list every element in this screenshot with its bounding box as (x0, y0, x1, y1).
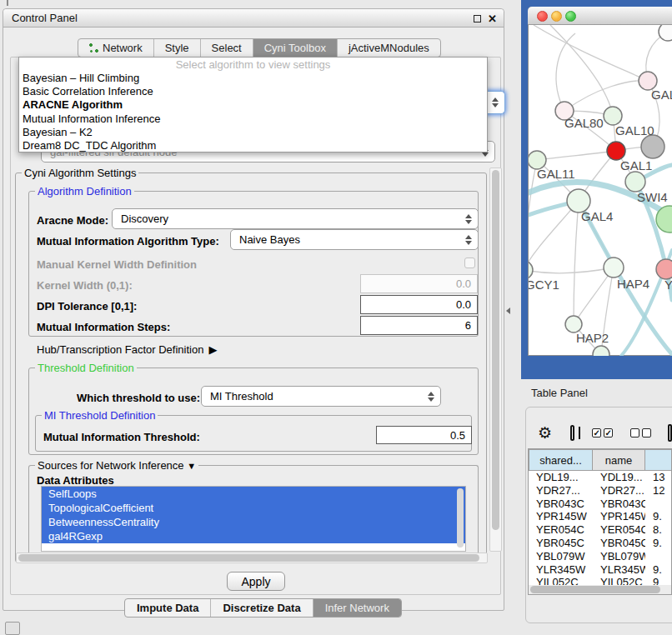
settings-horizontal-scrollbar[interactable] (16, 552, 488, 563)
table-cell: 8. (645, 523, 672, 537)
network-node-hap4[interactable] (604, 258, 624, 278)
tab-label: jActiveMNodules (349, 42, 429, 54)
tab-cyni-toolbox[interactable]: Cyni Toolbox (253, 39, 338, 57)
select-all-columns-icon[interactable]: ✓✓ (592, 428, 613, 438)
manual-kernel-width-checkbox[interactable] (464, 258, 475, 268)
node-label-y: Y (664, 278, 672, 292)
table-cell: YBR043C (529, 498, 593, 511)
float-window-icon[interactable] (474, 15, 481, 22)
table-row[interactable]: YPR145WYPR145W9. (529, 510, 672, 523)
network-node[interactable] (593, 346, 609, 356)
minimized-panel-icon[interactable] (5, 622, 20, 635)
network-icon (89, 43, 98, 52)
network-node-y[interactable] (656, 259, 672, 279)
algorithm-option-dream8-dc-tdc-algorithm[interactable]: Dream8 DC_TDC Algorithm (19, 139, 487, 152)
column-header-shared-[interactable]: shared... (529, 449, 593, 471)
bottom-tab-infer-network[interactable]: Infer Network (313, 599, 401, 617)
data-attributes-label: Data Attributes (37, 474, 114, 487)
mi-steps-field[interactable]: 6 (360, 316, 478, 335)
table-row[interactable]: YDL19...YDL19...13 (529, 471, 672, 484)
splitter-collapse-icon[interactable] (506, 308, 510, 314)
algorithm-option-aracne-algorithm[interactable]: ARACNE Algorithm (19, 98, 487, 112)
table-cell: YPR145W (529, 510, 593, 523)
hub-section-toggle[interactable]: Hub/Transcription Factor Definition▶ (37, 343, 217, 356)
table-cell (645, 550, 672, 563)
table-cell: YBR045C (593, 537, 645, 550)
bottom-tab-discretize-data[interactable]: Discretize Data (211, 599, 313, 617)
network-node-gcy1[interactable] (529, 261, 533, 279)
table-cell: YBL079W (529, 550, 593, 563)
node-label-gal1: GAL1 (620, 158, 652, 172)
attribute-item-gal4rgexp[interactable]: gal4RGexp (42, 529, 465, 543)
control-panel-titlebar[interactable]: Control Panel ✕ (3, 9, 504, 28)
table-cell: 9. (645, 510, 672, 523)
table-cell: YPR145W (593, 510, 645, 523)
minimize-window-icon[interactable] (551, 11, 562, 22)
table-cell: YBR045C (529, 537, 593, 550)
table-cell: 9. (645, 537, 672, 550)
tab-network[interactable]: Network (78, 39, 154, 57)
table-row[interactable]: YDR27...YDR27...12 (529, 484, 672, 498)
attribute-item-topologicalcoefficient[interactable]: TopologicalCoefficient (42, 501, 465, 515)
close-panel-icon[interactable]: ✕ (488, 13, 497, 24)
network-node-gal1[interactable] (607, 142, 625, 160)
network-node-swi4[interactable] (625, 172, 645, 192)
algorithm-option-bayesian-hill-climbing[interactable]: Bayesian – Hill Climbing (19, 72, 487, 85)
network-node-gal10[interactable] (604, 107, 622, 125)
control-panel-tabs: NetworkStyleSelectCyni ToolboxjActiveMNo… (78, 38, 441, 58)
network-window-titlebar[interactable] (528, 7, 672, 25)
tab-label: Network (103, 42, 143, 54)
manual-kernel-width-label: Manual Kernel Width Definition (37, 258, 197, 271)
new-table-icon[interactable] (668, 424, 672, 442)
algorithm-option-bayesian-k2[interactable]: Bayesian – K2 (19, 126, 487, 139)
aracne-mode-value: Discovery (113, 212, 478, 225)
kernel-width-field[interactable]: 0.0 (360, 274, 478, 293)
network-canvas[interactable]: GALGAL80GAL10GAL1GAL11SWI4GAL4GCY1HAP4YH… (529, 25, 672, 356)
aracne-mode-combo[interactable]: Discovery (112, 208, 479, 229)
table-horizontal-scrollbar[interactable] (529, 585, 671, 594)
attribute-item-betweennesscentrality[interactable]: BetweennessCentrality (42, 515, 465, 529)
network-node-hap2[interactable] (565, 316, 582, 332)
threshold-definition-title: Threshold Definition (35, 362, 137, 374)
algorithm-dropdown-list: Select algorithm to view settings Bayesi… (18, 57, 488, 152)
table-panel-title: Table Panel (531, 387, 588, 399)
show-columns-icon[interactable] (570, 425, 574, 441)
network-node[interactable] (641, 135, 664, 158)
deselect-all-columns-icon[interactable] (630, 428, 651, 438)
combo-arrows-icon (465, 214, 472, 224)
combo-arrows-icon (465, 235, 472, 245)
algorithm-option-basic-correlation-inference[interactable]: Basic Correlation Inference (19, 85, 487, 98)
apply-button[interactable]: Apply (227, 572, 285, 591)
tab-jactivemnodules[interactable]: jActiveMNodules (338, 39, 440, 57)
table-row[interactable]: YLR345WYLR345W9. (529, 563, 672, 577)
close-window-icon[interactable] (537, 11, 548, 22)
table-row[interactable]: YER054CYER054C8. (529, 523, 672, 537)
mi-algorithm-type-combo[interactable]: Naive Bayes (230, 229, 479, 250)
algorithm-option-mutual-information-inference[interactable]: Mutual Information Inference (19, 112, 487, 126)
table-row[interactable]: YBL079WYBL079W (529, 550, 672, 563)
mi-threshold-field[interactable]: 0.5 (376, 426, 472, 444)
dpi-tolerance-field[interactable]: 0.0 (360, 295, 478, 314)
list-scrollbar[interactable] (457, 488, 464, 548)
tab-style[interactable]: Style (154, 39, 201, 57)
expand-arrow-icon: ▶ (208, 343, 217, 356)
tab-select[interactable]: Select (201, 39, 253, 57)
column-header-name[interactable]: name (593, 449, 645, 471)
node-label-gal80: GAL80 (564, 116, 604, 130)
column-header-2[interactable] (645, 449, 672, 471)
bottom-tab-impute-data[interactable]: Impute Data (125, 599, 211, 617)
sources-toggle[interactable]: Sources for Network Inference ▼ (35, 459, 198, 472)
table-header: shared...name (529, 449, 672, 471)
table-row[interactable]: YBR043CYBR043C (529, 498, 672, 511)
which-threshold-label: Which threshold to use: (77, 392, 200, 404)
zoom-window-icon[interactable] (565, 11, 576, 22)
gear-icon[interactable]: ⚙ (538, 425, 552, 441)
attribute-item-selfloops[interactable]: SelfLoops (42, 487, 465, 501)
table-row[interactable]: YBR045CYBR045C9. (529, 537, 672, 550)
settings-vertical-scrollbar[interactable] (489, 168, 502, 552)
bottom-tabs: Impute DataDiscretize DataInfer Network (124, 598, 402, 618)
network-node[interactable] (659, 25, 672, 41)
control-panel-window: Control Panel ✕ NetworkStyleSelectCyni T… (3, 8, 504, 611)
which-threshold-combo[interactable]: MI Threshold (201, 386, 441, 407)
table-cell: YER054C (529, 523, 593, 537)
